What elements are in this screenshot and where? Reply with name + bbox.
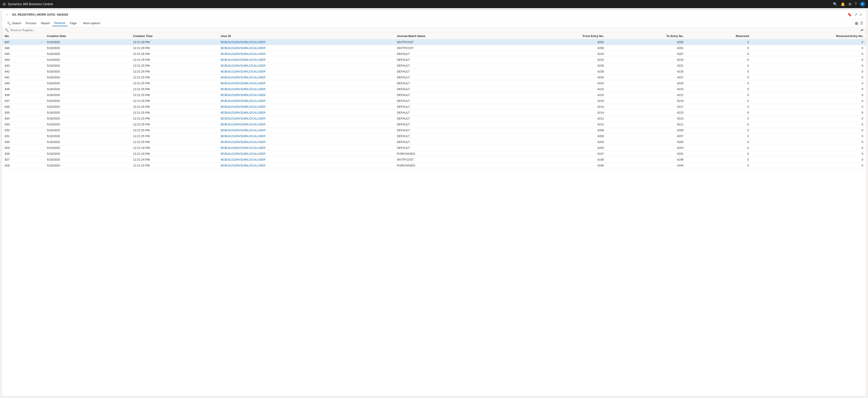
cell-to-entry: 4205 bbox=[607, 139, 686, 145]
cell-date: 5/18/2020 bbox=[44, 157, 130, 163]
table-row[interactable]: 8445/18/202012:21:25 PMBCBUILD100V3246\L… bbox=[2, 57, 866, 63]
cell-row-menu[interactable]: ⋯ bbox=[38, 39, 44, 45]
cell-from-entry: 4226 bbox=[513, 74, 607, 80]
cell-row-menu[interactable] bbox=[38, 157, 44, 163]
col-header-reversed: Reversed bbox=[686, 33, 752, 39]
table-row[interactable]: 8335/18/202012:21:25 PMBCBUILD100V3246\L… bbox=[2, 122, 866, 127]
cell-row-menu[interactable] bbox=[38, 86, 44, 92]
bookmark-icon[interactable]: 🔖 bbox=[847, 12, 852, 17]
table-row[interactable]: 8365/18/202012:21:25 PMBCBUILD100V3246\L… bbox=[2, 104, 866, 110]
cell-row-menu[interactable] bbox=[38, 92, 44, 98]
user-avatar[interactable]: IK bbox=[860, 1, 865, 7]
col-header-from-entry: From Entry No. bbox=[513, 33, 607, 39]
cell-row-menu[interactable] bbox=[38, 45, 44, 51]
list-view-icon[interactable]: ☰ bbox=[860, 21, 863, 25]
waffle-menu-icon[interactable]: ⊞ bbox=[3, 2, 6, 6]
table-row[interactable]: 8315/18/202012:21:25 PMBCBUILD100V3246\L… bbox=[2, 133, 866, 139]
help-icon[interactable]: ? bbox=[855, 2, 857, 6]
cell-user-id[interactable]: BCBUILD100V3246\LOCALUSER bbox=[218, 98, 394, 104]
cell-user-id[interactable]: BCBUILD100V3246\LOCALUSER bbox=[218, 127, 394, 133]
table-row[interactable]: 8305/18/202012:21:25 PMBCBUILD100V3246\L… bbox=[2, 139, 866, 145]
table-row[interactable]: 8295/18/202012:21:24 PMBCBUILD100V3246\L… bbox=[2, 145, 866, 151]
open-new-window-icon[interactable]: ↗ bbox=[854, 12, 857, 17]
table-row[interactable]: 8325/18/202012:21:25 PMBCBUILD100V3246\L… bbox=[2, 127, 866, 133]
filter-input[interactable] bbox=[10, 29, 859, 32]
cell-row-menu[interactable] bbox=[38, 145, 44, 151]
cell-user-id[interactable]: BCBUILD100V3246\LOCALUSER bbox=[218, 163, 394, 168]
more-options-button[interactable]: More options bbox=[81, 20, 102, 26]
cell-row-menu[interactable] bbox=[38, 69, 44, 74]
cell-user-id[interactable]: BCBUILD100V3246\LOCALUSER bbox=[218, 57, 394, 63]
settings-gear-icon[interactable]: ⚙ bbox=[848, 2, 851, 6]
cell-row-menu[interactable] bbox=[38, 57, 44, 63]
cell-user-id[interactable]: BCBUILD100V3246\LOCALUSER bbox=[218, 151, 394, 157]
search-icon[interactable]: 🔍 bbox=[833, 2, 837, 6]
table-row[interactable]: 8265/18/202012:21:24 PMBCBUILD100V3246\L… bbox=[2, 163, 866, 168]
notification-bell-icon[interactable]: 🔔 bbox=[841, 2, 845, 6]
cell-user-id[interactable]: BCBUILD100V3246\LOCALUSER bbox=[218, 45, 394, 51]
cell-batch-name: DEFAULT bbox=[394, 104, 513, 110]
filter-settings-icon[interactable]: ⇄ bbox=[861, 29, 863, 32]
cell-row-menu[interactable] bbox=[38, 139, 44, 145]
cell-row-menu[interactable] bbox=[38, 110, 44, 115]
cell-user-id[interactable]: BCBUILD100V3246\LOCALUSER bbox=[218, 86, 394, 92]
cell-from-entry: 4288 bbox=[513, 45, 607, 51]
table-row[interactable]: 8405/18/202012:21:25 PMBCBUILD100V3246\L… bbox=[2, 80, 866, 86]
cell-row-menu[interactable] bbox=[38, 115, 44, 122]
cell-user-id[interactable]: BCBUILD100V3246\LOCALUSER bbox=[218, 80, 394, 86]
cell-to-entry: 4194 bbox=[607, 163, 686, 168]
cell-user-id[interactable]: BCBUILD100V3246\LOCALUSER bbox=[218, 115, 394, 122]
cell-row-menu[interactable] bbox=[38, 151, 44, 157]
cell-user-id[interactable]: BCBUILD100V3246\LOCALUSER bbox=[218, 92, 394, 98]
table-row[interactable]: 8385/18/202012:21:25 PMBCBUILD100V3246\L… bbox=[2, 92, 866, 98]
table-row[interactable]: 8355/18/202012:21:25 PMBCBUILD100V3246\L… bbox=[2, 110, 866, 115]
cell-row-menu[interactable] bbox=[38, 104, 44, 110]
page-button[interactable]: Page bbox=[68, 20, 79, 26]
cell-no: 826 bbox=[2, 163, 38, 168]
process-button[interactable]: Process bbox=[24, 20, 39, 26]
report-button[interactable]: Report bbox=[39, 20, 52, 26]
table-row[interactable]: 8395/18/202012:21:25 PMBCBUILD100V3246\L… bbox=[2, 86, 866, 92]
cell-user-id[interactable]: BCBUILD100V3246\LOCALUSER bbox=[218, 74, 394, 80]
table-row[interactable]: 8285/18/202012:21:24 PMBCBUILD100V3246\L… bbox=[2, 151, 866, 157]
cell-to-entry: 4287 bbox=[607, 51, 686, 57]
cell-user-id[interactable]: BCBUILD100V3246\LOCALUSER bbox=[218, 63, 394, 69]
cell-user-id[interactable]: BCBUILD100V3246\LOCALUSER bbox=[218, 104, 394, 110]
cell-batch-name: INVTPCOST bbox=[394, 45, 513, 51]
cell-user-id[interactable]: BCBUILD100V3246\LOCALUSER bbox=[218, 122, 394, 127]
cell-row-menu[interactable] bbox=[38, 63, 44, 69]
cell-row-menu[interactable] bbox=[38, 51, 44, 57]
cell-row-menu[interactable] bbox=[38, 133, 44, 139]
cell-row-menu[interactable] bbox=[38, 80, 44, 86]
cell-user-id[interactable]: BCBUILD100V3246\LOCALUSER bbox=[218, 139, 394, 145]
cell-user-id[interactable]: BCBUILD100V3246\LOCALUSER bbox=[218, 145, 394, 151]
table-row[interactable]: 8275/18/202012:21:24 PMBCBUILD100V3246\L… bbox=[2, 157, 866, 163]
table-row[interactable]: 8375/18/202012:21:25 PMBCBUILD100V3246\L… bbox=[2, 98, 866, 104]
reverse-button[interactable]: Reverse bbox=[52, 20, 67, 26]
table-row[interactable]: 8345/18/202012:21:25 PMBCBUILD100V3246\L… bbox=[2, 115, 866, 122]
cell-row-menu[interactable] bbox=[38, 122, 44, 127]
cell-user-id[interactable]: BCBUILD100V3246\LOCALUSER bbox=[218, 157, 394, 163]
cell-user-id[interactable]: BCBUILD100V3246\LOCALUSER bbox=[218, 51, 394, 57]
table-row[interactable]: 847⋯5/18/202012:21:29 PMBCBUILD100V3246\… bbox=[2, 39, 866, 45]
cell-row-menu[interactable] bbox=[38, 127, 44, 133]
cell-reversed: 0 bbox=[686, 122, 752, 127]
table-row[interactable]: 8455/18/202012:21:26 PMBCBUILD100V3246\L… bbox=[2, 51, 866, 57]
table-row[interactable]: 8435/18/202012:21:25 PMBCBUILD100V3246\L… bbox=[2, 63, 866, 69]
cell-user-id[interactable]: BCBUILD100V3246\LOCALUSER bbox=[218, 110, 394, 115]
cell-from-entry: 4220 bbox=[513, 92, 607, 98]
cell-user-id[interactable]: BCBUILD100V3246\LOCALUSER bbox=[218, 39, 394, 45]
table-row[interactable]: 8415/18/202012:21:25 PMBCBUILD100V3246\L… bbox=[2, 74, 866, 80]
table-row[interactable]: 8465/18/202012:21:29 PMBCBUILD100V3246\L… bbox=[2, 45, 866, 51]
expand-icon[interactable]: ⤢ bbox=[860, 12, 862, 17]
cell-row-menu[interactable] bbox=[38, 98, 44, 104]
back-button[interactable]: ← bbox=[6, 13, 9, 17]
cell-row-menu[interactable] bbox=[38, 74, 44, 80]
cell-row-menu[interactable] bbox=[38, 163, 44, 168]
cell-user-id[interactable]: BCBUILD100V3246\LOCALUSER bbox=[218, 69, 394, 74]
cell-reversed-entry: 0 bbox=[752, 122, 866, 127]
cell-user-id[interactable]: BCBUILD100V3246\LOCALUSER bbox=[218, 133, 394, 139]
table-row[interactable]: 8425/18/202012:21:25 PMBCBUILD100V3246\L… bbox=[2, 69, 866, 74]
filter-icon[interactable]: ▦ bbox=[855, 21, 858, 25]
search-button[interactable]: 🔍 Search bbox=[5, 20, 24, 26]
